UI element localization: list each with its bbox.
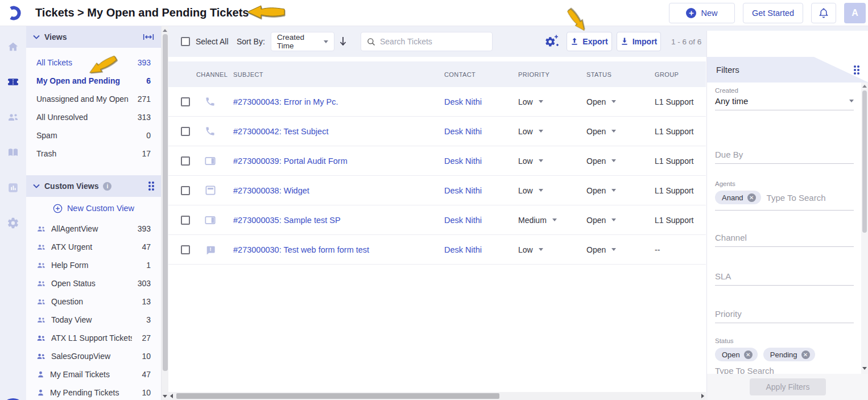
scroll-up-icon[interactable]	[163, 29, 167, 32]
row-checkbox[interactable]	[181, 97, 190, 106]
scrollbar-thumb[interactable]	[176, 393, 499, 399]
ticket-contact-link[interactable]: Desk Nithi	[444, 216, 518, 225]
table-row[interactable]: #273000043: Error in My Pc. Desk Nithi L…	[168, 87, 706, 117]
channel-filter-field[interactable]: Channel	[715, 233, 854, 243]
custom-view-item[interactable]: SalesGroupView 10	[26, 347, 161, 365]
status-dropdown[interactable]: Open	[586, 245, 655, 254]
custom-view-item[interactable]: AllAgentView 393	[26, 220, 161, 238]
scroll-up-icon[interactable]	[862, 85, 867, 88]
priority-dropdown[interactable]: Low	[518, 245, 586, 254]
scroll-right-icon[interactable]	[701, 394, 704, 398]
import-button[interactable]: Import	[617, 32, 661, 51]
priority-filter-field[interactable]: Priority	[715, 309, 854, 319]
custom-view-item[interactable]: ATX L1 Support Tickets 27	[26, 329, 161, 347]
priority-dropdown[interactable]: Low	[518, 127, 586, 136]
custom-view-item[interactable]: ATX Urgent 47	[26, 238, 161, 256]
custom-view-item[interactable]: My Pending Tickets 10	[26, 383, 161, 400]
sidebar-item-all-unresolved[interactable]: All Unresolved 313	[26, 108, 161, 126]
scroll-down-icon[interactable]	[862, 367, 867, 370]
sidebar-item-trash[interactable]: Trash 17	[26, 145, 161, 163]
feedback-widget-channel-icon: !	[196, 245, 224, 255]
sla-filter-field[interactable]: SLA	[715, 271, 854, 282]
custom-view-item[interactable]: Help Form 1	[26, 256, 161, 274]
ticket-contact-link[interactable]: Desk Nithi	[444, 186, 518, 195]
get-started-button[interactable]: Get Started	[743, 3, 803, 23]
manage-views-grid-icon[interactable]	[148, 182, 154, 191]
row-checkbox[interactable]	[181, 156, 190, 166]
table-row[interactable]: ! #273000030: Test web form form test De…	[168, 235, 706, 265]
sidebar-item-unassigned-and-my-open[interactable]: Unassigned and My Open 271	[26, 90, 161, 108]
row-checkbox[interactable]	[181, 216, 190, 225]
row-checkbox[interactable]	[181, 186, 190, 195]
reports-nav-icon[interactable]	[0, 176, 26, 199]
export-button[interactable]: Export	[567, 32, 612, 51]
table-row[interactable]: #273000035: Sample test SP Desk Nithi Me…	[168, 205, 706, 235]
scroll-down-icon[interactable]	[163, 395, 167, 398]
ticket-contact-link[interactable]: Desk Nithi	[444, 127, 518, 136]
search-input[interactable]	[380, 37, 482, 46]
custom-view-item[interactable]: Today View 3	[26, 311, 161, 329]
priority-dropdown[interactable]: Low	[518, 97, 586, 106]
scroll-left-icon[interactable]	[170, 394, 173, 398]
created-filter-dropdown[interactable]: Any time	[715, 96, 854, 106]
table-row[interactable]: #273000042: Test Subject Desk Nithi Low …	[168, 117, 706, 146]
row-checkbox[interactable]	[181, 245, 190, 254]
ticket-contact-link[interactable]: Desk Nithi	[444, 245, 518, 254]
expand-panel-icon[interactable]	[143, 33, 154, 41]
apply-filters-button[interactable]: Apply Filters	[750, 378, 826, 395]
ticket-subject-link[interactable]: #273000038: Widget	[224, 186, 444, 195]
automation-gear-icon[interactable]	[544, 34, 559, 49]
user-avatar[interactable]: A	[844, 3, 866, 23]
ticket-contact-link[interactable]: Desk Nithi	[444, 97, 518, 106]
custom-view-item[interactable]: Question 13	[26, 292, 161, 311]
scrollbar-thumb[interactable]	[862, 90, 867, 233]
select-all-checkbox[interactable]	[181, 37, 190, 46]
due-by-filter-field[interactable]: Due By	[715, 150, 854, 160]
custom-view-item[interactable]: Open Status 303	[26, 274, 161, 292]
scrollbar-thumb[interactable]	[163, 34, 168, 371]
sort-descending-icon[interactable]	[339, 36, 347, 47]
custom-views-section-header[interactable]: Custom Views i	[26, 175, 161, 197]
ticket-subject-link[interactable]: #273000035: Sample test SP	[224, 216, 444, 225]
settings-nav-icon[interactable]	[0, 212, 26, 234]
filters-scrollbar[interactable]	[861, 83, 868, 374]
status-dropdown[interactable]: Open	[586, 127, 655, 136]
custom-view-item[interactable]: My Email Tickets 47	[26, 365, 161, 383]
home-nav-icon[interactable]	[0, 35, 26, 58]
status-dropdown[interactable]: Open	[586, 97, 655, 106]
priority-dropdown[interactable]: Medium	[518, 216, 586, 225]
notifications-button[interactable]	[811, 3, 836, 23]
new-ticket-button[interactable]: + New	[669, 3, 735, 23]
ticket-subject-link[interactable]: #273000039: Portal Audit Form	[224, 156, 444, 166]
priority-dropdown[interactable]: Low	[518, 186, 586, 195]
sort-field-dropdown[interactable]: Created Time	[271, 32, 334, 51]
table-row[interactable]: #273000039: Portal Audit Form Desk Nithi…	[168, 146, 706, 176]
created-filter-label: Created	[715, 87, 738, 94]
zoho-desk-logo-icon[interactable]	[6, 5, 23, 22]
knowledge-base-nav-icon[interactable]	[0, 141, 26, 164]
remove-chip-icon[interactable]: ✕	[744, 350, 753, 359]
agents-filter-field[interactable]: Anand ✕ Type To Search	[715, 191, 854, 204]
info-icon[interactable]: i	[103, 182, 111, 191]
row-checkbox[interactable]	[181, 127, 190, 136]
status-dropdown[interactable]: Open	[586, 216, 655, 225]
sidebar-item-spam[interactable]: Spam 0	[26, 126, 161, 145]
status-dropdown[interactable]: Open	[586, 156, 655, 166]
filters-grid-icon[interactable]	[854, 65, 859, 75]
ticket-subject-link[interactable]: #273000043: Error in My Pc.	[224, 97, 444, 106]
status-dropdown[interactable]: Open	[586, 186, 655, 195]
remove-chip-icon[interactable]: ✕	[747, 193, 756, 202]
priority-dropdown[interactable]: Low	[518, 156, 586, 166]
new-custom-view-button[interactable]: New Custom View	[26, 197, 161, 220]
ticket-subject-link[interactable]: #273000042: Test Subject	[224, 127, 444, 136]
ticket-contact-link[interactable]: Desk Nithi	[444, 156, 518, 166]
sidebar-scrollbar[interactable]	[161, 26, 168, 400]
customers-nav-icon[interactable]	[0, 106, 26, 129]
search-box[interactable]	[361, 32, 493, 51]
tickets-nav-icon[interactable]	[0, 71, 26, 93]
table-row[interactable]: #273000038: Widget Desk Nithi Low Open L…	[168, 176, 706, 205]
remove-chip-icon[interactable]: ✕	[801, 350, 810, 359]
ticket-subject-link[interactable]: #273000030: Test web form form test	[224, 245, 444, 254]
views-section-header[interactable]: Views	[26, 26, 161, 48]
horizontal-scrollbar[interactable]	[168, 392, 706, 400]
